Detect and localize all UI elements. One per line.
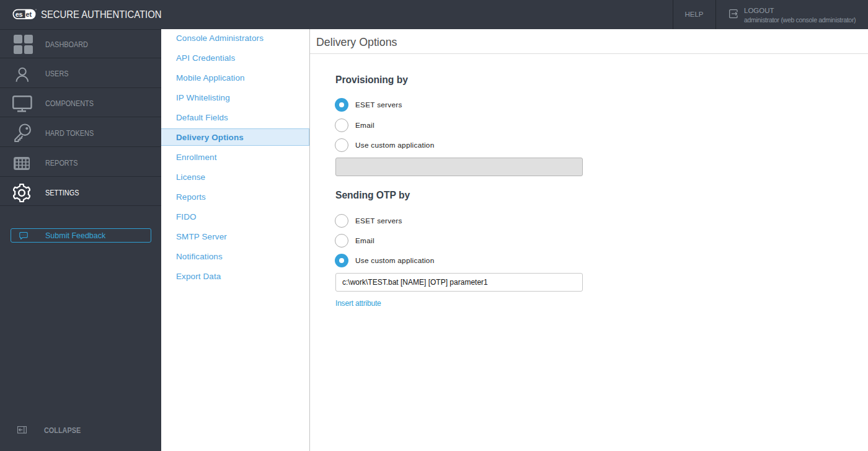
svg-text:es: es <box>15 11 22 18</box>
svg-text:et: et <box>25 11 32 18</box>
